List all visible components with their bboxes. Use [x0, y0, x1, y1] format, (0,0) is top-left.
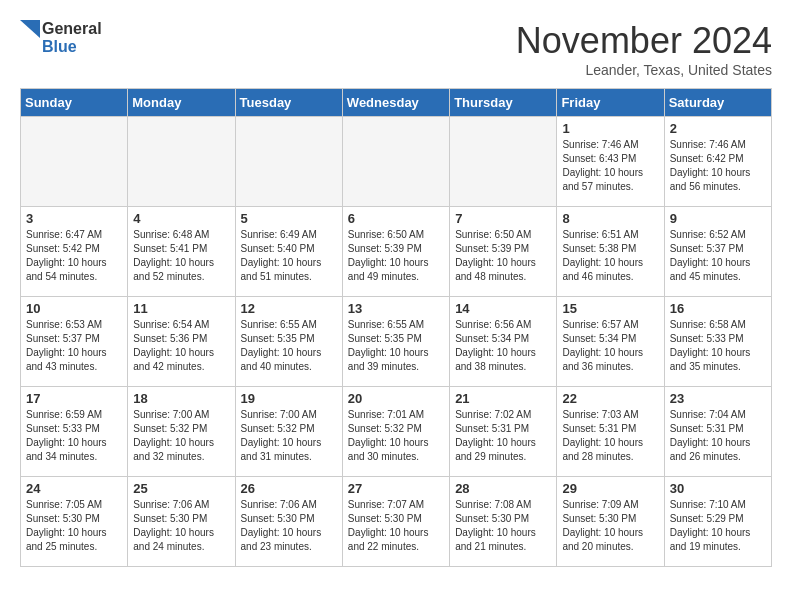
calendar-week-row: 24Sunrise: 7:05 AM Sunset: 5:30 PM Dayli…	[21, 477, 772, 567]
calendar-cell: 11Sunrise: 6:54 AM Sunset: 5:36 PM Dayli…	[128, 297, 235, 387]
logo-general: General	[42, 20, 102, 38]
calendar-cell	[128, 117, 235, 207]
weekday-header: Monday	[128, 89, 235, 117]
day-info: Sunrise: 7:00 AM Sunset: 5:32 PM Dayligh…	[241, 408, 337, 464]
day-info: Sunrise: 6:52 AM Sunset: 5:37 PM Dayligh…	[670, 228, 766, 284]
day-number: 9	[670, 211, 766, 226]
calendar-cell: 21Sunrise: 7:02 AM Sunset: 5:31 PM Dayli…	[450, 387, 557, 477]
day-info: Sunrise: 7:10 AM Sunset: 5:29 PM Dayligh…	[670, 498, 766, 554]
day-number: 17	[26, 391, 122, 406]
calendar-cell: 26Sunrise: 7:06 AM Sunset: 5:30 PM Dayli…	[235, 477, 342, 567]
calendar-header-row: SundayMondayTuesdayWednesdayThursdayFrid…	[21, 89, 772, 117]
day-info: Sunrise: 7:05 AM Sunset: 5:30 PM Dayligh…	[26, 498, 122, 554]
day-info: Sunrise: 7:07 AM Sunset: 5:30 PM Dayligh…	[348, 498, 444, 554]
day-info: Sunrise: 7:00 AM Sunset: 5:32 PM Dayligh…	[133, 408, 229, 464]
calendar-cell	[342, 117, 449, 207]
day-info: Sunrise: 7:09 AM Sunset: 5:30 PM Dayligh…	[562, 498, 658, 554]
day-info: Sunrise: 6:54 AM Sunset: 5:36 PM Dayligh…	[133, 318, 229, 374]
calendar-cell: 8Sunrise: 6:51 AM Sunset: 5:38 PM Daylig…	[557, 207, 664, 297]
day-info: Sunrise: 6:53 AM Sunset: 5:37 PM Dayligh…	[26, 318, 122, 374]
day-number: 3	[26, 211, 122, 226]
day-info: Sunrise: 7:08 AM Sunset: 5:30 PM Dayligh…	[455, 498, 551, 554]
calendar-week-row: 1Sunrise: 7:46 AM Sunset: 6:43 PM Daylig…	[21, 117, 772, 207]
calendar-cell: 19Sunrise: 7:00 AM Sunset: 5:32 PM Dayli…	[235, 387, 342, 477]
day-number: 15	[562, 301, 658, 316]
day-number: 29	[562, 481, 658, 496]
calendar-cell: 13Sunrise: 6:55 AM Sunset: 5:35 PM Dayli…	[342, 297, 449, 387]
day-number: 6	[348, 211, 444, 226]
logo-blue: Blue	[42, 38, 102, 56]
calendar-cell: 1Sunrise: 7:46 AM Sunset: 6:43 PM Daylig…	[557, 117, 664, 207]
day-info: Sunrise: 6:50 AM Sunset: 5:39 PM Dayligh…	[348, 228, 444, 284]
calendar-cell: 7Sunrise: 6:50 AM Sunset: 5:39 PM Daylig…	[450, 207, 557, 297]
calendar-cell: 2Sunrise: 7:46 AM Sunset: 6:42 PM Daylig…	[664, 117, 771, 207]
calendar-week-row: 17Sunrise: 6:59 AM Sunset: 5:33 PM Dayli…	[21, 387, 772, 477]
day-number: 5	[241, 211, 337, 226]
calendar-table: SundayMondayTuesdayWednesdayThursdayFrid…	[20, 88, 772, 567]
day-number: 18	[133, 391, 229, 406]
calendar-week-row: 3Sunrise: 6:47 AM Sunset: 5:42 PM Daylig…	[21, 207, 772, 297]
calendar-cell: 18Sunrise: 7:00 AM Sunset: 5:32 PM Dayli…	[128, 387, 235, 477]
day-number: 2	[670, 121, 766, 136]
day-number: 7	[455, 211, 551, 226]
weekday-header: Friday	[557, 89, 664, 117]
calendar-cell: 24Sunrise: 7:05 AM Sunset: 5:30 PM Dayli…	[21, 477, 128, 567]
logo-text: General Blue	[20, 20, 102, 57]
calendar-cell: 20Sunrise: 7:01 AM Sunset: 5:32 PM Dayli…	[342, 387, 449, 477]
calendar-cell: 5Sunrise: 6:49 AM Sunset: 5:40 PM Daylig…	[235, 207, 342, 297]
day-number: 28	[455, 481, 551, 496]
day-number: 27	[348, 481, 444, 496]
calendar-cell: 29Sunrise: 7:09 AM Sunset: 5:30 PM Dayli…	[557, 477, 664, 567]
day-info: Sunrise: 6:51 AM Sunset: 5:38 PM Dayligh…	[562, 228, 658, 284]
day-info: Sunrise: 6:57 AM Sunset: 5:34 PM Dayligh…	[562, 318, 658, 374]
day-number: 1	[562, 121, 658, 136]
day-info: Sunrise: 6:59 AM Sunset: 5:33 PM Dayligh…	[26, 408, 122, 464]
day-info: Sunrise: 7:06 AM Sunset: 5:30 PM Dayligh…	[133, 498, 229, 554]
day-info: Sunrise: 7:46 AM Sunset: 6:42 PM Dayligh…	[670, 138, 766, 194]
location: Leander, Texas, United States	[516, 62, 772, 78]
svg-marker-0	[20, 20, 40, 38]
day-number: 16	[670, 301, 766, 316]
calendar-cell: 25Sunrise: 7:06 AM Sunset: 5:30 PM Dayli…	[128, 477, 235, 567]
weekday-header: Thursday	[450, 89, 557, 117]
calendar-cell: 22Sunrise: 7:03 AM Sunset: 5:31 PM Dayli…	[557, 387, 664, 477]
day-info: Sunrise: 6:48 AM Sunset: 5:41 PM Dayligh…	[133, 228, 229, 284]
day-number: 8	[562, 211, 658, 226]
day-number: 22	[562, 391, 658, 406]
calendar-cell: 9Sunrise: 6:52 AM Sunset: 5:37 PM Daylig…	[664, 207, 771, 297]
page-header: General Blue November 2024 Leander, Texa…	[20, 20, 772, 78]
calendar-cell: 4Sunrise: 6:48 AM Sunset: 5:41 PM Daylig…	[128, 207, 235, 297]
day-info: Sunrise: 7:04 AM Sunset: 5:31 PM Dayligh…	[670, 408, 766, 464]
day-info: Sunrise: 6:50 AM Sunset: 5:39 PM Dayligh…	[455, 228, 551, 284]
calendar-cell: 17Sunrise: 6:59 AM Sunset: 5:33 PM Dayli…	[21, 387, 128, 477]
day-number: 10	[26, 301, 122, 316]
day-number: 4	[133, 211, 229, 226]
calendar-cell: 27Sunrise: 7:07 AM Sunset: 5:30 PM Dayli…	[342, 477, 449, 567]
logo: General Blue	[20, 20, 102, 57]
day-info: Sunrise: 6:55 AM Sunset: 5:35 PM Dayligh…	[348, 318, 444, 374]
day-info: Sunrise: 6:56 AM Sunset: 5:34 PM Dayligh…	[455, 318, 551, 374]
calendar-cell: 6Sunrise: 6:50 AM Sunset: 5:39 PM Daylig…	[342, 207, 449, 297]
title-block: November 2024 Leander, Texas, United Sta…	[516, 20, 772, 78]
weekday-header: Tuesday	[235, 89, 342, 117]
day-info: Sunrise: 7:03 AM Sunset: 5:31 PM Dayligh…	[562, 408, 658, 464]
logo-arrow-icon	[20, 20, 40, 56]
day-info: Sunrise: 6:55 AM Sunset: 5:35 PM Dayligh…	[241, 318, 337, 374]
weekday-header: Wednesday	[342, 89, 449, 117]
weekday-header: Saturday	[664, 89, 771, 117]
calendar-cell	[21, 117, 128, 207]
month-title: November 2024	[516, 20, 772, 62]
day-info: Sunrise: 7:46 AM Sunset: 6:43 PM Dayligh…	[562, 138, 658, 194]
day-number: 24	[26, 481, 122, 496]
calendar-cell: 12Sunrise: 6:55 AM Sunset: 5:35 PM Dayli…	[235, 297, 342, 387]
calendar-cell: 28Sunrise: 7:08 AM Sunset: 5:30 PM Dayli…	[450, 477, 557, 567]
day-number: 20	[348, 391, 444, 406]
day-number: 14	[455, 301, 551, 316]
day-number: 30	[670, 481, 766, 496]
calendar-cell: 16Sunrise: 6:58 AM Sunset: 5:33 PM Dayli…	[664, 297, 771, 387]
calendar-week-row: 10Sunrise: 6:53 AM Sunset: 5:37 PM Dayli…	[21, 297, 772, 387]
day-number: 19	[241, 391, 337, 406]
calendar-cell: 30Sunrise: 7:10 AM Sunset: 5:29 PM Dayli…	[664, 477, 771, 567]
calendar-cell	[450, 117, 557, 207]
calendar-cell: 23Sunrise: 7:04 AM Sunset: 5:31 PM Dayli…	[664, 387, 771, 477]
